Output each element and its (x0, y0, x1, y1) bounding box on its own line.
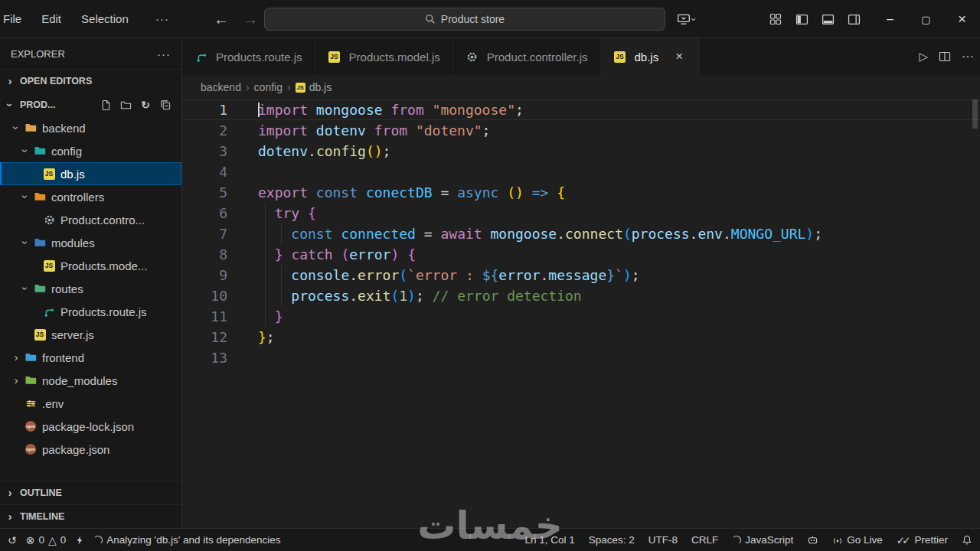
tree-item-config[interactable]: config (0, 139, 181, 162)
double-check-icon: ✓✓ (897, 534, 908, 546)
section-timeline[interactable]: TIMELINE (0, 504, 181, 528)
collapse-all-icon[interactable] (158, 98, 172, 112)
remote-window-button[interactable]: › (677, 0, 695, 38)
nav-forward-icon: → (239, 0, 262, 38)
refresh-icon[interactable]: ↻ (139, 98, 152, 112)
command-center-search[interactable]: Product store (264, 8, 665, 31)
history-status-icon[interactable]: ↺ (8, 534, 17, 546)
menu-edit[interactable]: Edit (31, 0, 71, 38)
editor-more-actions-icon[interactable]: ··· (962, 50, 974, 64)
tree-item-modules[interactable]: modules (0, 231, 181, 254)
chevron-down-icon: › (688, 18, 700, 21)
tab-db.js[interactable]: JSdb.js× (601, 38, 701, 75)
line-number: 6 (182, 203, 227, 223)
project-section[interactable]: PROD... ↻ (0, 93, 181, 116)
editor-scrollbar[interactable] (972, 99, 978, 129)
chevron-down-icon (11, 122, 21, 134)
tree-item-controllers[interactable]: controllers (0, 185, 181, 208)
code-line-8[interactable]: 8 } catch (error) { (182, 244, 980, 265)
prettier-status[interactable]: ✓✓ Prettier (897, 534, 948, 546)
tree-item-package-lock.json[interactable]: npmpackage-lock.json (0, 415, 181, 438)
minimize-button[interactable]: – (872, 0, 908, 38)
indentation-status[interactable]: Spaces: 2 (589, 534, 635, 546)
error-count: 0 (38, 534, 44, 546)
folder-icon (33, 191, 47, 203)
chevron-down-icon (20, 282, 31, 295)
code-lines: 1import mongoose from "mongoose";2import… (182, 99, 980, 368)
tree-item-Product.contro...[interactable]: Product.contro... (0, 208, 181, 231)
code-line-5[interactable]: 5export const conectDB = async () => { (182, 182, 980, 203)
tree-item-Products.route.js[interactable]: Products.route.js (0, 300, 181, 323)
nav-back-icon[interactable]: ← (210, 0, 233, 38)
tab-Product.controller.js[interactable]: Product.controller.js (453, 38, 601, 75)
sidebar-bottom-sections: OUTLINETIMELINE (0, 481, 181, 528)
new-folder-icon[interactable] (119, 98, 132, 112)
tab-Products.route.js[interactable]: Products.route.js (182, 38, 315, 75)
copilot-status-icon[interactable] (807, 534, 818, 546)
analyzing-status[interactable]: Analyzing 'db.js' and its dependencies (93, 534, 280, 546)
tab-label: Product.controller.js (487, 51, 588, 64)
tree-item-label: config (51, 145, 82, 158)
code-line-13[interactable]: 13 (182, 347, 980, 368)
tree-item-nodemodules[interactable]: node_modules (0, 369, 181, 392)
warning-count: 0 (60, 534, 67, 546)
tree-item-routes[interactable]: routes (0, 277, 181, 300)
tree-item-backend[interactable]: backend (0, 116, 181, 139)
open-editors-label: OPEN EDITORS (20, 76, 92, 86)
js-file-icon: JS (42, 168, 56, 180)
code-line-3[interactable]: 3dotenv.config(); (182, 141, 980, 161)
tree-item-server.js[interactable]: JSserver.js (0, 323, 181, 346)
close-button[interactable]: × (944, 0, 980, 38)
toggle-panel-icon[interactable] (815, 0, 841, 38)
open-editors-section[interactable]: OPEN EDITORS (0, 69, 181, 93)
close-tab-icon[interactable]: × (671, 49, 687, 64)
breadcrumb-item[interactable]: config (254, 81, 283, 93)
tree-item-label: modules (51, 236, 95, 249)
eol-status[interactable]: CRLF (691, 534, 718, 546)
tree-item-label: Product.contro... (60, 214, 145, 227)
go-live-status[interactable]: Go Live (832, 534, 883, 546)
code-line-2[interactable]: 2import dotenv from "dotenv"; (182, 120, 980, 141)
menu-file[interactable]: File (0, 0, 31, 38)
bolt-status-icon[interactable] (75, 535, 84, 546)
menu-selection[interactable]: Selection (71, 0, 139, 38)
tree-item-frontend[interactable]: frontend (0, 346, 181, 369)
language-status[interactable]: JavaScript (732, 534, 793, 546)
split-editor-icon[interactable] (939, 51, 951, 63)
tree-item-db.js[interactable]: JSdb.js (0, 162, 181, 185)
run-file-icon[interactable]: ▷ (919, 50, 928, 64)
code-line-10[interactable]: 10 process.exit(1); // error detection (182, 285, 980, 306)
notifications-bell-icon[interactable] (962, 534, 972, 546)
problems-status[interactable]: ⊗ 0 △ 0 (26, 534, 67, 546)
cursor-position-status[interactable]: Ln 1, Col 1 (524, 534, 574, 546)
tree-item-package.json[interactable]: npmpackage.json (0, 438, 181, 461)
breadcrumb-item[interactable]: backend (201, 81, 241, 93)
code-line-7[interactable]: 7 const connected = await mongoose.conne… (182, 223, 980, 244)
menu-overflow-button[interactable]: ··· (148, 0, 177, 38)
tab-label: Products.model.js (349, 51, 440, 64)
toggle-sidebar-left-icon[interactable] (789, 0, 815, 38)
tab-label: Products.route.js (216, 51, 302, 64)
chevron-down-icon (20, 236, 31, 249)
code-line-12[interactable]: 12}; (182, 327, 980, 347)
explorer-more-button[interactable]: ··· (157, 47, 171, 60)
code-line-4[interactable]: 4 (182, 161, 980, 182)
new-file-icon[interactable] (99, 98, 113, 112)
line-number: 8 (182, 244, 227, 265)
section-outline[interactable]: OUTLINE (0, 481, 181, 504)
tree-item-.env[interactable]: .env (0, 392, 181, 415)
customize-layout-icon[interactable] (763, 0, 789, 38)
section-label: TIMELINE (20, 511, 64, 522)
code-editor[interactable]: 1import mongoose from "mongoose";2import… (182, 99, 980, 528)
code-line-6[interactable]: 6 try { (182, 203, 980, 223)
maximize-button[interactable]: ▢ (908, 0, 944, 38)
tab-Products.model.js[interactable]: JSProducts.model.js (315, 38, 453, 75)
code-line-9[interactable]: 9 console.error(`error : ${error.message… (182, 265, 980, 285)
breadcrumb-file[interactable]: JS db.js (296, 81, 332, 93)
toggle-sidebar-right-icon[interactable] (841, 0, 867, 38)
code-line-11[interactable]: 11 } (182, 306, 980, 327)
encoding-status[interactable]: UTF-8 (648, 534, 678, 546)
chevron-down-icon (20, 191, 31, 203)
code-line-1[interactable]: 1import mongoose from "mongoose"; (182, 99, 980, 120)
tree-item-Products.mode...[interactable]: JSProducts.mode... (0, 254, 181, 277)
